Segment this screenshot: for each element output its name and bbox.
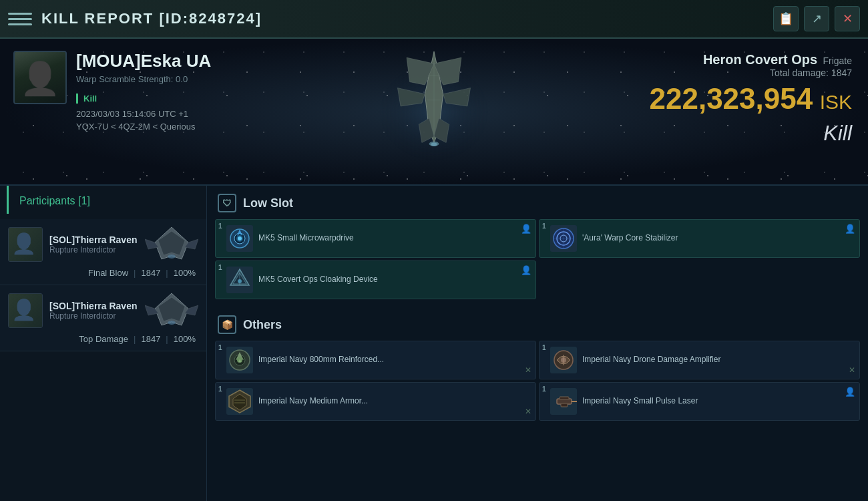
damage-value: 1847 [141, 334, 160, 344]
item-image: + [226, 347, 253, 373]
item-qty: 1 [218, 222, 222, 230]
participant-stats: Final Blow | 1847 | 100% [8, 268, 198, 278]
others-header: 📦 Others [215, 307, 860, 341]
participant-card: [SOL]Thierra Raven Rupture Interdictor T… [0, 285, 206, 351]
item-name: Imperial Navy Drone Damage Amplifier [582, 355, 854, 365]
participant-ship: Rupture Interdictor [49, 245, 145, 255]
kill-location: YQX-7U < 4QZ-2M < Querious [76, 122, 211, 132]
final-blow-label: Final Blow [88, 268, 128, 278]
kill-badge: Kill [76, 94, 97, 104]
participant-ship-image [145, 226, 198, 263]
page-title: KILL REPORT [ID:8248724] [41, 10, 773, 27]
kill-date: 2023/03/03 15:14:06 UTC +1 [76, 109, 211, 119]
low-slot-section: 🛡 Low Slot 1 MK [207, 186, 868, 307]
others-title: Others [243, 318, 282, 332]
participant-ship: Rupture Interdictor [49, 311, 145, 321]
svg-marker-14 [158, 231, 185, 255]
item-name: 'Aura' Warp Core Stabilizer [582, 233, 854, 244]
isk-label: ISK [820, 91, 852, 113]
left-panel: Participants [1] [SOL]Thierra Raven Rupt… [0, 186, 207, 501]
participant-ship-image [145, 292, 198, 329]
participants-title: Participants [1] [7, 186, 206, 214]
close-icon: ✕ [849, 365, 855, 375]
shield-icon: 🛡 [218, 194, 236, 212]
participant-avatar [8, 227, 43, 262]
close-button[interactable]: ✕ [835, 6, 860, 31]
person-icon: 👤 [845, 224, 855, 234]
others-section: 📦 Others 1 + Imp [207, 307, 868, 429]
title-actions: 📋 ↗ ✕ [773, 6, 860, 31]
item-qty: 1 [218, 385, 222, 393]
svg-point-26 [238, 236, 242, 240]
item-card[interactable]: 1 MK5 Small Microwarpdrive 👤 [215, 219, 536, 258]
item-name: MK5 Small Microwarpdrive [258, 233, 530, 244]
item-image [550, 388, 577, 415]
item-card[interactable]: 1 Imperial Navy Medium Armor... ✕ [215, 382, 536, 421]
item-image [550, 347, 577, 373]
close-icon: ✕ [525, 365, 531, 375]
cube-icon: 📦 [218, 315, 236, 334]
svg-point-9 [431, 142, 437, 146]
person-icon: 👤 [845, 387, 855, 397]
svg-marker-20 [145, 305, 158, 315]
item-qty: 1 [542, 222, 546, 230]
header-section: [MOUA]Eska UA Warp Scramble Strength: 0.… [0, 39, 868, 186]
ship-image [334, 39, 534, 186]
damage-percent: 100% [174, 268, 196, 278]
svg-point-35 [238, 279, 242, 283]
player-name: [MOUA]Eska UA [76, 51, 211, 71]
item-image [550, 225, 577, 252]
avatar [13, 51, 67, 104]
item-name: Imperial Navy Medium Armor... [258, 396, 530, 407]
person-icon: 👤 [521, 265, 531, 276]
close-icon: ✕ [525, 407, 531, 416]
participant-info: [SOL]Thierra Raven Rupture Interdictor [49, 301, 145, 321]
item-image [226, 225, 253, 252]
item-qty: 1 [542, 385, 546, 393]
svg-rect-48 [560, 397, 569, 399]
item-image [226, 388, 253, 415]
header-right: Heron Covert Ops Frigate Total damage: 1… [634, 39, 869, 184]
others-items: 1 + Imperial Navy 800mm Reinforced... ✕ [215, 341, 860, 421]
kill-result: Kill [650, 121, 853, 146]
item-image [226, 267, 253, 293]
share-button[interactable]: ↗ [804, 6, 829, 31]
participant-name: [SOL]Thierra Raven [49, 234, 145, 245]
participant-name: [SOL]Thierra Raven [49, 301, 145, 311]
svg-point-17 [168, 255, 176, 259]
item-name: Imperial Navy 800mm Reinforced... [258, 355, 530, 365]
item-card[interactable]: 1 Imperial Navy Small Pulse Laser 👤 [539, 382, 860, 421]
top-damage-label: Top Damage [79, 334, 128, 344]
item-card[interactable]: 1 MK5 Covert Ops Cloaking Device 👤 [215, 261, 536, 299]
participant-top: [SOL]Thierra Raven Rupture Interdictor [8, 226, 198, 263]
header-info: [MOUA]Eska UA Warp Scramble Strength: 0.… [76, 51, 211, 132]
item-card[interactable]: 1 Imperial Navy Drone Damage Amplifier ✕ [539, 341, 860, 379]
bottom-area: Participants [1] [SOL]Thierra Raven Rupt… [0, 186, 868, 501]
total-damage-label: Total damage: 1847 [650, 67, 853, 78]
svg-marker-16 [185, 239, 198, 249]
participant-avatar [8, 293, 43, 328]
participant-stats: Top Damage | 1847 | 100% [8, 334, 198, 344]
damage-percent: 100% [174, 334, 196, 344]
participant-top: [SOL]Thierra Raven Rupture Interdictor [8, 292, 198, 329]
hamburger-menu[interactable] [8, 7, 32, 31]
title-bar: KILL REPORT [ID:8248724] 📋 ↗ ✕ [0, 0, 868, 39]
item-card[interactable]: 1 + Imperial Navy 800mm Reinforced... ✕ [215, 341, 536, 379]
participant-card: [SOL]Thierra Raven Rupture Interdictor F… [0, 219, 206, 285]
item-qty: 1 [542, 344, 546, 351]
warp-scramble-info: Warp Scramble Strength: 0.0 [76, 74, 211, 84]
item-card[interactable]: 1 'Aura' Warp Core Stabilizer 👤 [539, 219, 860, 258]
svg-marker-19 [158, 297, 185, 321]
item-qty: 1 [218, 344, 222, 351]
svg-marker-15 [145, 239, 158, 249]
svg-marker-21 [185, 305, 198, 315]
ship-type: Frigate [821, 55, 852, 66]
damage-value: 1847 [141, 268, 160, 278]
empty-slot [539, 261, 860, 299]
right-panel: 🛡 Low Slot 1 MK [207, 186, 868, 501]
item-name: MK5 Covert Ops Cloaking Device [258, 275, 530, 285]
clipboard-button[interactable]: 📋 [773, 6, 799, 31]
ship-class: Heron Covert Ops [703, 52, 817, 67]
svg-rect-49 [561, 403, 568, 407]
item-name: Imperial Navy Small Pulse Laser [582, 396, 854, 407]
